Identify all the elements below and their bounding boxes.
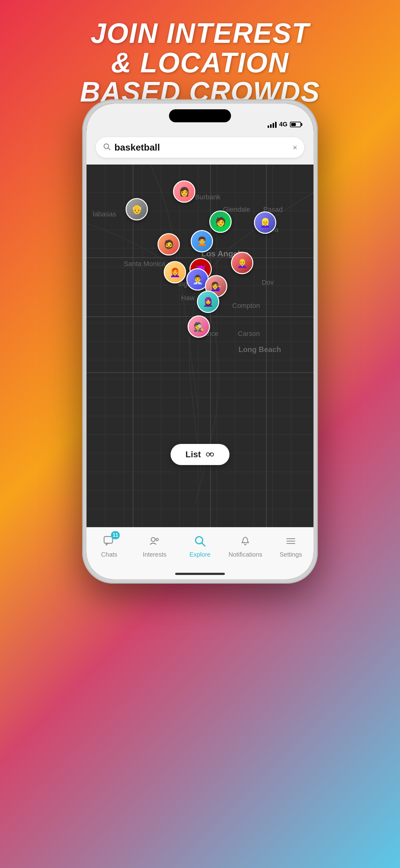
user-pin-2[interactable]: 👴 bbox=[126, 198, 148, 220]
tab-chats[interactable]: 11 Chats bbox=[87, 533, 132, 558]
chats-tab-icon: 11 bbox=[101, 533, 117, 549]
hero-title: JOIN INTEREST & LOCATION BASED CROWDS bbox=[0, 19, 400, 107]
explore-tab-label: Explore bbox=[190, 551, 210, 558]
status-bar: 4G bbox=[87, 104, 313, 132]
home-indicator bbox=[175, 573, 225, 575]
explore-tab-icon bbox=[192, 533, 208, 549]
user-pin-12[interactable]: 🧕 bbox=[197, 290, 219, 313]
list-icon bbox=[205, 450, 214, 459]
network-type: 4G bbox=[279, 121, 288, 128]
notifications-tab-icon bbox=[237, 533, 253, 549]
signal-bars bbox=[268, 121, 276, 128]
svg-line-43 bbox=[202, 543, 205, 546]
settings-tab-icon bbox=[283, 533, 299, 549]
notifications-tab-label: Notifications bbox=[229, 551, 262, 558]
user-pin-1[interactable]: 👩 bbox=[173, 180, 195, 203]
user-pin-6[interactable]: 🧑‍🦱 bbox=[191, 230, 213, 252]
interests-tab-label: Interests bbox=[143, 551, 167, 558]
svg-point-40 bbox=[151, 537, 155, 541]
search-icon bbox=[103, 143, 111, 153]
tab-bar: 11 Chats Interests bbox=[87, 527, 313, 579]
search-clear-button[interactable]: × bbox=[293, 143, 297, 152]
status-icons: 4G bbox=[268, 121, 301, 128]
chats-badge: 11 bbox=[111, 531, 120, 539]
battery-fill bbox=[291, 123, 296, 126]
map-area[interactable]: Burbank Glendale Pasad labasas Alha Los … bbox=[87, 162, 313, 527]
map-label-carson: Carson bbox=[238, 330, 260, 338]
list-button[interactable]: List bbox=[171, 444, 229, 465]
svg-line-1 bbox=[108, 148, 110, 150]
map-label-santa-monica: Santa Monica bbox=[124, 260, 166, 268]
search-input-wrap[interactable]: basketball × bbox=[96, 137, 304, 158]
tab-explore[interactable]: Explore bbox=[177, 533, 223, 558]
map-label-haw: Haw bbox=[181, 294, 195, 302]
settings-tab-label: Settings bbox=[280, 551, 302, 558]
map-label-labasas: labasas bbox=[93, 210, 116, 218]
map-label-burbank: Burbank bbox=[195, 193, 221, 201]
chats-tab-label: Chats bbox=[101, 551, 117, 558]
dynamic-island bbox=[169, 109, 231, 122]
map-label-dov: Dov bbox=[262, 278, 274, 286]
user-pin-7[interactable]: 👩‍🦰 bbox=[164, 261, 186, 283]
search-value: basketball bbox=[114, 142, 289, 153]
tab-interests[interactable]: Interests bbox=[132, 533, 177, 558]
search-bar-container: basketball × bbox=[87, 132, 313, 164]
svg-point-41 bbox=[156, 538, 158, 541]
interests-tab-icon bbox=[147, 533, 163, 549]
map-roads-svg bbox=[87, 162, 313, 527]
tab-settings[interactable]: Settings bbox=[268, 533, 313, 558]
user-pin-5[interactable]: 🧔 bbox=[158, 233, 180, 255]
user-pin-13[interactable]: 🕵️ bbox=[188, 315, 210, 338]
user-pin-4[interactable]: 👱‍♀️ bbox=[254, 211, 276, 234]
tab-notifications[interactable]: Notifications bbox=[223, 533, 268, 558]
map-label-compton: Compton bbox=[232, 302, 260, 310]
map-label-long-beach: Long Beach bbox=[238, 345, 281, 354]
phone-screen: 4G basketball × bbox=[87, 104, 313, 579]
user-pin-3[interactable]: 🧑 bbox=[209, 211, 232, 233]
phone-frame: 4G basketball × bbox=[82, 99, 318, 584]
user-pin-9[interactable]: 👩‍🦲 bbox=[231, 252, 253, 274]
svg-point-37 bbox=[206, 453, 210, 456]
list-button-label: List bbox=[186, 450, 201, 460]
battery-icon bbox=[290, 122, 301, 127]
